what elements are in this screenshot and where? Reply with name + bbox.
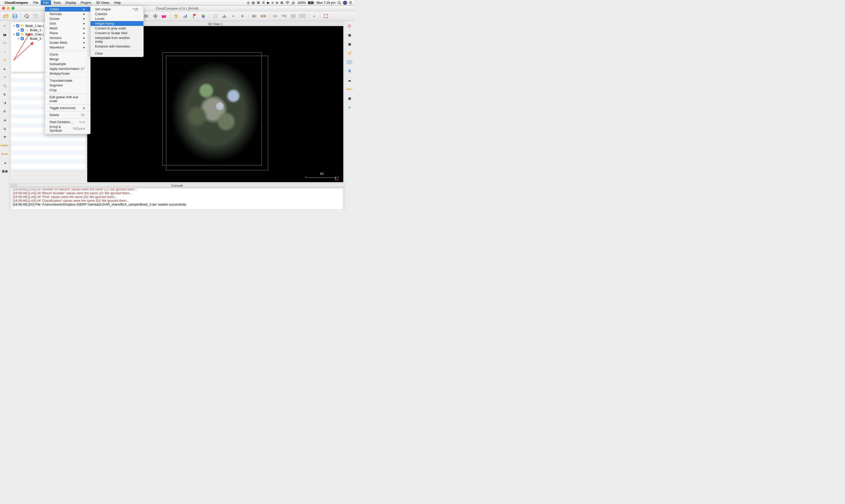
toolbar-fit[interactable]	[322, 12, 330, 20]
status-icon[interactable]: ⑤	[262, 1, 265, 4]
traffic-lights[interactable]	[2, 7, 15, 10]
colors-menu-colorize[interactable]: Colorize	[90, 12, 143, 16]
edit-menu-grid[interactable]: Grid▶	[45, 21, 90, 26]
toolbar-more[interactable]: »	[310, 12, 318, 20]
edit-menu-dropdown[interactable]: Colors▶Normals▶Octree▶Grid▶Mesh▶Plane▶Se…	[45, 5, 90, 134]
edit-menu-octree[interactable]: Octree▶	[45, 16, 90, 21]
right-tool-hpr[interactable]: ☁	[346, 77, 353, 84]
right-tool-axes[interactable]: ▦	[346, 40, 353, 48]
left-tool-iso4[interactable]: ◪	[1, 116, 8, 123]
left-tool-iso6[interactable]: ⬒	[1, 133, 8, 141]
wifi-icon[interactable]	[286, 1, 290, 4]
colors-menu-clear[interactable]: Clear	[90, 51, 143, 56]
left-tool-1:1[interactable]: 1:1	[1, 39, 8, 47]
colors-menu-convert-to-grey-scale[interactable]: Convert to grey scale	[90, 26, 143, 31]
toolbar-sf[interactable]: SF	[289, 12, 297, 20]
right-tool-sf2[interactable]: SF	[346, 58, 353, 66]
toolbar-plus[interactable]	[238, 12, 247, 20]
edit-menu-crop[interactable]: Crop	[45, 88, 90, 92]
left-tool-pen[interactable]: ✎	[1, 22, 8, 30]
edit-menu-edit-global-shift-and-scale[interactable]: Edit global shift and scale	[45, 95, 90, 103]
colors-menu-enhance-with-intensities[interactable]: Enhance with intensities	[90, 44, 143, 49]
toolbar-open[interactable]	[1, 12, 10, 20]
status-icon[interactable]: 🏛	[257, 1, 260, 4]
left-tool-iso5[interactable]: ⬓	[1, 125, 8, 132]
colors-menu-convert-to-scalar-field[interactable]: Convert to Scalar field	[90, 31, 143, 35]
menu-plugins[interactable]: Plugins	[79, 0, 94, 5]
colors-menu-levels[interactable]: Levels	[90, 16, 143, 21]
right-tool-csl[interactable]: ▦	[346, 31, 353, 38]
edit-menu-multiply-scale[interactable]: Multiply/Scale	[45, 71, 90, 76]
toolbar-palette[interactable]	[250, 12, 259, 20]
edit-menu-normals[interactable]: Normals▶	[45, 12, 90, 16]
edit-menu-translate-rotate[interactable]: Translate/rotate	[45, 78, 90, 83]
edit-menu-delete[interactable]: Delete⌦	[45, 112, 90, 117]
status-icon[interactable]: ⊕	[276, 1, 278, 4]
colors-submenu[interactable]: Set unique⌥CColorizeLevelsHeight RampCon…	[90, 5, 143, 57]
status-icon[interactable]: ▤	[252, 1, 255, 4]
toolbar-hist2[interactable]	[220, 12, 229, 20]
toolbar-kd[interactable]: Kd	[271, 12, 279, 20]
menu-tools[interactable]: Tools	[51, 0, 63, 5]
left-tool-zoom[interactable]: 🔍	[1, 82, 8, 89]
edit-menu-emoji-symbols[interactable]: Emoji & Symbols^⌘Space	[45, 124, 90, 133]
status-icon[interactable]: ▶	[267, 1, 270, 4]
menu-file[interactable]: File	[31, 0, 41, 5]
colors-menu-set-unique[interactable]: Set unique⌥C	[90, 7, 143, 12]
edit-menu-subsample[interactable]: Subsample	[45, 61, 90, 66]
close-window-button[interactable]	[2, 7, 5, 10]
toolbar-fm[interactable]: FM	[280, 12, 289, 20]
status-icon[interactable]: ◎	[247, 1, 250, 4]
colors-menu-height-ramp[interactable]: Height Ramp	[90, 21, 143, 26]
left-tool-plus[interactable]: ＋	[1, 48, 8, 55]
colors-menu-interpolate-from-another-entity[interactable]: Interpolate from another entity	[90, 35, 143, 44]
left-tool-iso[interactable]: ◧	[1, 91, 8, 98]
left-tool-light[interactable]: ◢	[1, 159, 8, 166]
tree-checkbox[interactable]	[16, 33, 19, 36]
toolbar-hist[interactable]	[181, 12, 190, 20]
toolbar-save[interactable]	[11, 12, 19, 20]
toolbar-props-list[interactable]	[31, 12, 40, 20]
right-tool-compass[interactable]: 🧭	[346, 50, 353, 56]
edit-menu-apply-transformation[interactable]: Apply transformation⌘T	[45, 66, 90, 71]
toolbar-plane[interactable]	[160, 12, 169, 20]
edit-menu-waveform[interactable]: Waveform▶	[45, 45, 90, 50]
toolbar-pick[interactable]	[22, 12, 31, 20]
toolbar-cube[interactable]	[172, 12, 180, 20]
right-tool-m3c2[interactable]: M3C2	[346, 86, 353, 93]
app-name[interactable]: CloudCompare	[4, 1, 28, 4]
edit-menu-toggle-recursive-[interactable]: Toggle (recursive)▶	[45, 106, 90, 110]
battery-icon[interactable]	[308, 1, 314, 4]
menu-3dviews[interactable]: 3D Views	[93, 0, 112, 5]
left-tool-ruler[interactable]: 📏	[1, 56, 8, 64]
toolbar-flag[interactable]	[190, 12, 199, 20]
toolbar-palette2[interactable]	[259, 12, 268, 20]
edit-menu-start-dictation-[interactable]: Start Dictation…fn fn	[45, 120, 90, 124]
volume-icon[interactable]: 🔊	[292, 1, 295, 4]
edit-menu-scalar-fields[interactable]: Scalar fields▶	[45, 40, 90, 45]
edit-menu-mesh[interactable]: Mesh▶	[45, 26, 90, 31]
notification-center-icon[interactable]: ☰	[349, 1, 352, 4]
right-tool-no[interactable]: ⊘	[346, 22, 353, 30]
left-tool-front[interactable]: FRONT	[1, 142, 8, 149]
left-tool-iso3[interactable]: ◩	[1, 108, 8, 115]
edit-menu-segment[interactable]: Segment	[45, 83, 90, 88]
toolbar-minus[interactable]	[229, 12, 238, 20]
edit-menu-sensors[interactable]: Sensors▶	[45, 35, 90, 40]
left-tool-rgb[interactable]: ⬤⬤	[1, 167, 8, 175]
siri-icon[interactable]	[343, 1, 347, 5]
status-icon[interactable]: 𝌆	[280, 1, 283, 4]
left-tool-back[interactable]: BACK	[1, 150, 8, 158]
tree-checkbox[interactable]	[21, 29, 24, 32]
tree-checkbox[interactable]	[16, 24, 19, 28]
menu-display[interactable]: Display	[63, 0, 79, 5]
tree-checkbox[interactable]	[21, 37, 24, 40]
left-tool-camera[interactable]: 📷	[1, 31, 8, 38]
left-tool-cross[interactable]: ✛	[1, 74, 8, 80]
toolbar-rgbfit[interactable]	[199, 12, 208, 20]
airplay-icon[interactable]: ⎚	[272, 1, 274, 4]
edit-menu-merge[interactable]: Merge	[45, 57, 90, 61]
edit-menu-plane[interactable]: Plane▶	[45, 31, 90, 35]
toolbar-translate[interactable]	[151, 12, 160, 20]
minimize-window-button[interactable]	[7, 7, 10, 10]
